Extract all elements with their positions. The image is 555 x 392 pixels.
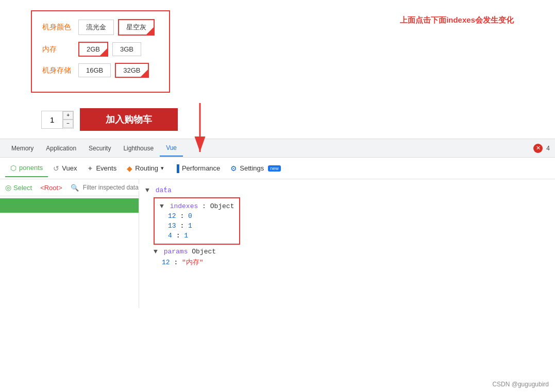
index-entry-13: 13 : 1: [160, 221, 234, 231]
memory-label: 内存: [42, 45, 73, 54]
color-label: 机身颜色: [42, 23, 73, 32]
error-indicator: ✕ 4: [533, 144, 550, 153]
memory-btn-2gb[interactable]: 2GB: [78, 42, 108, 57]
indexes-section: ▼ indexes : Object 12 : 0 13 :: [154, 195, 549, 245]
vue-tab-components[interactable]: ⬡ ponents: [5, 160, 48, 177]
colon-2: :: [180, 222, 188, 230]
tab-lighthouse[interactable]: Lighthouse: [117, 141, 160, 156]
params-type-label: Object: [192, 248, 216, 255]
indexes-highlight: ▼ indexes : Object 12 : 0 13 :: [154, 197, 240, 245]
settings-new-badge: new: [268, 165, 281, 172]
select-icon: ◎: [5, 183, 11, 192]
select-label: Select: [13, 184, 32, 192]
color-row: 机身颜色 流光金 星空灰: [42, 19, 159, 36]
error-count: 4: [546, 145, 550, 152]
indexes-arrow: ▼: [160, 202, 164, 210]
index-13-key: 13: [168, 222, 176, 230]
color-btn-gray[interactable]: 星空灰: [118, 19, 155, 36]
params-key: params: [164, 248, 188, 255]
index-12-value: 0: [188, 212, 192, 220]
storage-row: 机身存储 16GB 32GB: [42, 63, 159, 78]
options-box: 机身颜色 流光金 星空灰 内存 2GB 3GB 机身存储 16GB 32GB: [31, 10, 170, 93]
params-section: ▼ params Object 12 : "内存": [154, 247, 549, 268]
colon-1: :: [180, 212, 188, 220]
tab-application[interactable]: Application: [40, 141, 82, 156]
vue-tab-routing[interactable]: ◆ Routing ▾: [122, 160, 169, 177]
routing-icon: ◆: [127, 164, 132, 173]
indexes-type: :: [202, 202, 210, 210]
settings-icon: ⚙: [230, 164, 237, 173]
watermark: CSDN @gugugubird: [492, 381, 549, 388]
settings-label: Settings: [240, 164, 264, 172]
vuex-label: Vuex: [62, 164, 77, 172]
performance-label: Performance: [182, 164, 220, 172]
params-entry-12: 12 : "内存": [154, 257, 549, 268]
storage-btn-16gb[interactable]: 16GB: [78, 63, 111, 77]
color-btn-gold[interactable]: 流光金: [78, 20, 114, 35]
params-12-key: 12: [162, 259, 170, 266]
tab-vue[interactable]: Vue: [160, 140, 183, 157]
qty-plus-button[interactable]: +: [63, 111, 73, 120]
params-12-value: "内存": [182, 259, 204, 266]
storage-label: 机身存储: [42, 66, 73, 75]
root-tag: <Root>: [36, 184, 66, 192]
filter-search-icon: 🔍: [71, 184, 79, 192]
data-arrow: ▼: [145, 186, 149, 194]
colon-3: :: [176, 232, 184, 240]
vue-toolbar: ⬡ ponents ↺ Vuex ✦ Events ◆ Routing ▾ ▐ …: [0, 158, 555, 179]
vue-tab-vuex[interactable]: ↺ Vuex: [48, 160, 82, 177]
vuex-icon: ↺: [53, 164, 59, 173]
tab-security[interactable]: Security: [82, 141, 117, 156]
indexes-header: ▼ indexes : Object: [160, 201, 234, 211]
index-12-key: 12: [168, 212, 176, 220]
vue-tab-performance[interactable]: ▐ Performance: [169, 160, 225, 177]
index-entry-4: 4 : 1: [160, 231, 234, 241]
quantity-row: 1 + − 加入购物车: [41, 108, 524, 131]
vue-sidebar: ◎ Select <Root> 🔍 ‹: [0, 179, 139, 308]
data-label: data: [156, 186, 172, 194]
params-colon: :: [174, 259, 182, 266]
memory-btn-3gb[interactable]: 3GB: [112, 42, 141, 56]
note-text: 上面点击下面indexes会发生变化: [400, 15, 514, 25]
index-4-value: 1: [184, 232, 188, 240]
vue-tab-settings[interactable]: ⚙ Settings new: [225, 160, 286, 177]
sidebar-toolbar: ◎ Select <Root> 🔍 ‹: [0, 179, 139, 196]
routing-dropdown-icon: ▾: [161, 165, 164, 172]
devtools-tab-bar: Memory Application Security Lighthouse V…: [0, 139, 555, 158]
memory-row: 内存 2GB 3GB: [42, 42, 159, 57]
indexes-key: indexes: [170, 202, 198, 210]
devtools-panel: Memory Application Security Lighthouse V…: [0, 139, 555, 308]
qty-minus-button[interactable]: −: [63, 120, 73, 128]
index-13-value: 1: [188, 222, 192, 230]
vue-data-panel: ▼ data ▼ indexes : Object 12: [139, 179, 555, 308]
components-label: ponents: [19, 164, 43, 172]
params-header: ▼ params Object: [154, 247, 549, 257]
data-tree: ▼ data ▼ indexes : Object 12: [145, 185, 549, 268]
indexes-type-label: Object: [210, 202, 234, 210]
product-section: 机身颜色 流光金 星空灰 内存 2GB 3GB 机身存储 16GB 32GB 上…: [0, 0, 555, 136]
sidebar-active-item[interactable]: [0, 198, 139, 213]
tab-memory[interactable]: Memory: [5, 141, 40, 156]
params-arrow: ▼: [154, 248, 158, 255]
events-label: Events: [96, 164, 116, 172]
events-icon: ✦: [87, 164, 93, 173]
error-badge-icon: ✕: [533, 144, 543, 153]
select-button[interactable]: ◎ Select: [5, 183, 32, 192]
data-root: ▼ data: [145, 185, 549, 195]
vue-panel-content: ◎ Select <Root> 🔍 ‹ ▼ data: [0, 179, 555, 308]
quantity-display: 1: [42, 111, 63, 128]
add-to-cart-button[interactable]: 加入购物车: [80, 108, 178, 131]
index-entry-12: 12 : 0: [160, 211, 234, 221]
vue-tab-events[interactable]: ✦ Events: [82, 160, 122, 177]
arrow-down-indicator: [184, 103, 215, 160]
storage-btn-32gb[interactable]: 32GB: [115, 63, 148, 78]
components-icon: ⬡: [10, 164, 16, 172]
performance-icon: ▐: [174, 164, 179, 173]
routing-label: Routing: [135, 164, 158, 172]
index-4-key: 4: [168, 232, 172, 240]
